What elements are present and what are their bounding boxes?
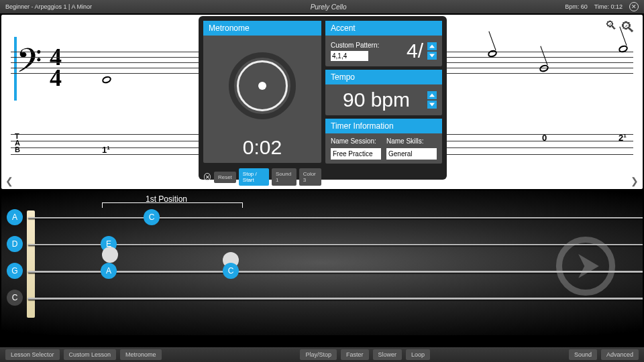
session-input[interactable]: [331, 148, 381, 160]
bottom-bar: Lesson SelectorCustom LessonMetronome Pl…: [0, 347, 644, 362]
accent-box: Accent Custom Pattern: 4/: [325, 21, 442, 66]
tab-fingering: 11: [102, 145, 110, 155]
fret-note-c[interactable]: C: [144, 209, 160, 225]
metronome-dial[interactable]: [229, 52, 296, 119]
play-stop-button[interactable]: Play/Stop: [300, 349, 337, 360]
metronome-title: Metronome: [203, 21, 321, 36]
tab-fingering: 0: [542, 133, 547, 143]
string-g: [28, 271, 643, 273]
metronome-panel: Metronome 0:02 Reset Stop / Start Sound …: [199, 16, 447, 180]
custom-pattern-label: Custom Pattern:: [331, 42, 379, 49]
close-icon[interactable]: [629, 2, 639, 11]
tempo-down-icon[interactable]: [427, 101, 437, 109]
zoom-in-icon[interactable]: 🔍︎: [620, 19, 635, 36]
skills-label: Name Skills:: [386, 137, 437, 145]
lesson-title: Beginner - Arpeggios 1 | A Minor: [5, 3, 92, 10]
string-d: [28, 244, 643, 245]
accent-down-icon[interactable]: [427, 52, 437, 60]
tab-fingering: 21: [619, 133, 627, 143]
faster-button[interactable]: Faster: [341, 349, 369, 360]
open-string-a[interactable]: A: [7, 209, 23, 225]
stop-start-button[interactable]: Stop / Start: [239, 168, 269, 186]
open-string-c[interactable]: C: [7, 290, 23, 306]
prev-page-icon[interactable]: ❮: [5, 176, 13, 186]
loop-button[interactable]: Loop: [406, 349, 430, 360]
tempo-title: Tempo: [325, 70, 442, 84]
next-page-icon[interactable]: ❯: [631, 176, 639, 186]
position-label: 1st Position: [146, 194, 187, 204]
lesson-selector-button[interactable]: Lesson Selector: [5, 349, 60, 360]
metronome-button[interactable]: Metronome: [120, 349, 162, 360]
session-label: Name Session:: [331, 137, 381, 145]
fret-note-a[interactable]: A: [101, 263, 117, 279]
metronome-box: Metronome 0:02: [203, 21, 321, 163]
reset-button[interactable]: Reset: [214, 172, 236, 183]
string-a: [28, 217, 643, 219]
string-c: [28, 298, 643, 300]
timer-info-box: Timer Information Name Session: Name Ski…: [325, 119, 442, 164]
accent-display: 4/: [407, 40, 423, 62]
open-string-d[interactable]: D: [7, 236, 23, 252]
sound-button[interactable]: Sound: [569, 349, 597, 360]
timer-info-title: Timer Information: [325, 119, 442, 133]
panel-close-icon[interactable]: [204, 173, 211, 181]
play-arrow-icon[interactable]: [555, 236, 616, 296]
fret-note-c[interactable]: C: [223, 263, 239, 279]
open-string-g[interactable]: G: [7, 263, 23, 279]
fretboard: 1st Position ADGC CEAC: [1, 190, 643, 335]
tempo-value: 90 bpm: [331, 88, 422, 111]
custom-pattern-input[interactable]: [331, 51, 368, 61]
tempo-box: Tempo 90 bpm: [325, 70, 442, 115]
zoom-out-icon[interactable]: 🔍︎: [605, 19, 617, 36]
tempo-up-icon[interactable]: [427, 91, 437, 99]
top-bar: Beginner - Arpeggios 1 | A Minor Purely …: [0, 0, 644, 13]
metronome-elapsed: 0:02: [203, 136, 321, 163]
color-preset-button[interactable]: Color 3: [299, 168, 321, 186]
accent-title: Accent: [325, 21, 442, 36]
sound-preset-button[interactable]: Sound 1: [272, 168, 297, 186]
advanced-button[interactable]: Advanced: [601, 349, 639, 360]
fret-ghost-note[interactable]: [102, 247, 118, 263]
time-readout: Time: 0:12: [594, 3, 623, 10]
bpm-readout: Bpm: 60: [565, 3, 588, 10]
skills-input[interactable]: [386, 148, 437, 160]
nut: [27, 210, 35, 318]
slower-button[interactable]: Slower: [373, 349, 402, 360]
app-brand: Purely Cello: [92, 3, 565, 11]
accent-up-icon[interactable]: [427, 42, 437, 50]
custom-lesson-button[interactable]: Custom Lesson: [64, 349, 117, 360]
